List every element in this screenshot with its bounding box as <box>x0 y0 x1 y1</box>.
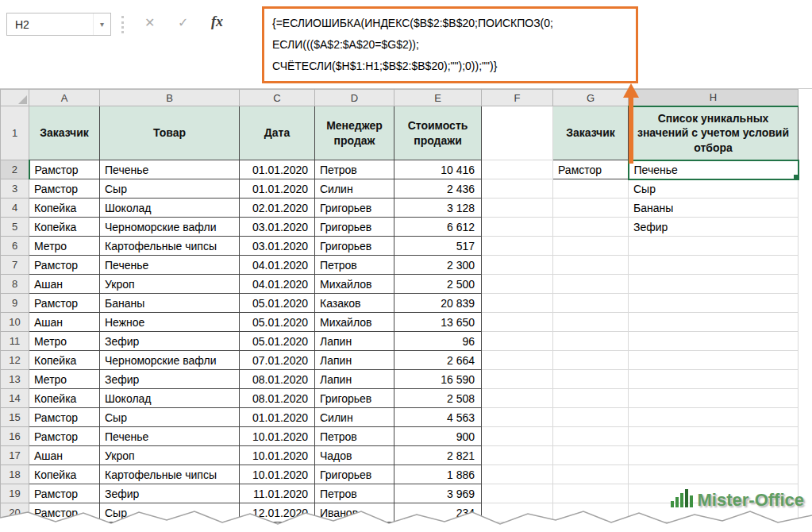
cell-customer[interactable]: Метро <box>29 332 100 351</box>
cell-customer[interactable]: Ашан <box>29 275 100 294</box>
cell-amount[interactable]: 13 650 <box>394 313 482 332</box>
cell-result[interactable] <box>629 446 799 465</box>
cell-date[interactable]: 01.01.2020 <box>240 179 315 199</box>
cell-product[interactable]: Печенье <box>100 160 240 179</box>
cell-empty[interactable] <box>482 465 553 484</box>
header-product[interactable]: Товар <box>100 106 240 160</box>
cell-criteria[interactable] <box>553 313 629 332</box>
header-criteria[interactable]: Заказчик <box>553 106 629 160</box>
cell-manager[interactable]: Григорьев <box>315 218 394 237</box>
cell-result[interactable]: Сыр <box>629 179 799 199</box>
col-header-d[interactable]: D <box>315 90 394 106</box>
cell-customer[interactable]: Копейка <box>29 465 100 484</box>
row-header[interactable]: 10 <box>1 313 29 332</box>
cell-empty[interactable] <box>482 218 553 237</box>
cell-amount[interactable]: 3 128 <box>394 199 482 218</box>
row-header[interactable]: 4 <box>1 199 29 218</box>
cell-result[interactable]: Зефир <box>629 218 799 237</box>
cell-date[interactable]: 11.01.2020 <box>240 484 315 503</box>
cell-empty[interactable] <box>482 313 553 332</box>
cell-date[interactable]: 05.01.2020 <box>240 313 315 332</box>
cell-result[interactable] <box>629 256 799 275</box>
row-header[interactable]: 14 <box>1 389 29 408</box>
cell-manager[interactable]: Михайлов <box>315 275 394 294</box>
cell-result[interactable] <box>629 237 799 256</box>
col-header-e[interactable]: E <box>394 90 482 106</box>
cell-manager[interactable]: Петров <box>315 484 394 503</box>
cell-date[interactable]: 08.01.2020 <box>240 389 315 408</box>
cell-product[interactable]: Черноморские вафли <box>100 351 240 370</box>
cell-product[interactable]: Шоколад <box>100 199 240 218</box>
cell-empty[interactable] <box>482 389 553 408</box>
cell-criteria[interactable] <box>553 408 629 427</box>
cell-customer[interactable]: Рамстор <box>29 256 100 275</box>
header-date[interactable]: Дата <box>240 106 315 160</box>
cell-amount[interactable]: 6 612 <box>394 218 482 237</box>
cell-amount[interactable]: 2 821 <box>394 446 482 465</box>
cell-customer[interactable]: Рамстор <box>29 294 100 313</box>
row-header[interactable]: 13 <box>1 370 29 389</box>
row-header[interactable]: 2 <box>1 160 29 179</box>
row-header[interactable]: 19 <box>1 484 29 503</box>
select-all-corner[interactable] <box>1 90 29 106</box>
cell-empty[interactable] <box>482 446 553 465</box>
cell-manager[interactable]: Петров <box>315 427 394 446</box>
cell-customer[interactable]: Метро <box>29 370 100 389</box>
cell-criteria[interactable] <box>553 275 629 294</box>
cell-customer[interactable]: Рамстор <box>29 408 100 427</box>
cell-amount[interactable]: 2 500 <box>394 275 482 294</box>
cell-product[interactable]: Нежное <box>100 313 240 332</box>
row-header[interactable]: 15 <box>1 408 29 427</box>
cell-criteria[interactable] <box>553 294 629 313</box>
cell-date[interactable]: 04.01.2020 <box>240 256 315 275</box>
cell-date[interactable]: 05.01.2020 <box>240 332 315 351</box>
cell-amount[interactable]: 2 300 <box>394 256 482 275</box>
cell-manager[interactable]: Михайлов <box>315 313 394 332</box>
cell-amount[interactable]: 2 664 <box>394 351 482 370</box>
cell-result[interactable] <box>629 313 799 332</box>
cell-manager[interactable]: Григорьев <box>315 199 394 218</box>
row-header[interactable]: 3 <box>1 179 29 199</box>
cell-empty[interactable] <box>482 256 553 275</box>
cell-date[interactable]: 02.01.2020 <box>240 199 315 218</box>
cell-product[interactable]: Зефир <box>100 370 240 389</box>
row-header[interactable]: 8 <box>1 275 29 294</box>
cell-empty[interactable] <box>482 275 553 294</box>
cell-result[interactable] <box>629 370 799 389</box>
col-header-g[interactable]: G <box>553 90 629 106</box>
cell-criteria[interactable] <box>553 427 629 446</box>
cell-product[interactable]: Черноморские вафли <box>100 218 240 237</box>
col-header-a[interactable]: A <box>29 90 100 106</box>
cell-amount[interactable]: 1 886 <box>394 465 482 484</box>
cell-criteria[interactable] <box>553 370 629 389</box>
cell-product[interactable]: Шоколад <box>100 389 240 408</box>
cell-manager[interactable]: Петров <box>315 160 394 179</box>
cell-empty[interactable] <box>482 160 553 179</box>
insert-function-icon[interactable]: fx <box>211 13 223 30</box>
cell-amount[interactable]: 20 839 <box>394 294 482 313</box>
row-header[interactable]: 16 <box>1 427 29 446</box>
cell-empty[interactable] <box>482 370 553 389</box>
cell-customer[interactable]: Рамстор <box>29 427 100 446</box>
cell-date[interactable]: 03.01.2020 <box>240 237 315 256</box>
row-header[interactable]: 11 <box>1 332 29 351</box>
cell-amount[interactable]: 3 969 <box>394 484 482 503</box>
cell-f1[interactable] <box>482 106 553 160</box>
row-header[interactable]: 7 <box>1 256 29 275</box>
cell-empty[interactable] <box>482 351 553 370</box>
cell-criteria[interactable] <box>553 237 629 256</box>
cell-manager[interactable]: Григорьев <box>315 237 394 256</box>
cell-manager[interactable]: Лапин <box>315 370 394 389</box>
row-header[interactable]: 17 <box>1 446 29 465</box>
col-header-h[interactable]: H <box>629 90 799 106</box>
cell-empty[interactable] <box>482 199 553 218</box>
cell-criteria[interactable] <box>553 484 629 503</box>
cell-result[interactable]: Бананы <box>629 199 799 218</box>
row-header[interactable]: 18 <box>1 465 29 484</box>
cell-product[interactable]: Сыр <box>100 179 240 199</box>
cell-customer[interactable]: Копейка <box>29 389 100 408</box>
cell-customer[interactable]: Рамстор <box>29 160 100 179</box>
cancel-icon[interactable]: ✕ <box>144 15 155 30</box>
cell-manager[interactable]: Казаков <box>315 294 394 313</box>
formula-input[interactable]: {=ЕСЛИОШИБКА(ИНДЕКС($B$2:$B$20;ПОИСКПОЗ(… <box>262 6 638 83</box>
